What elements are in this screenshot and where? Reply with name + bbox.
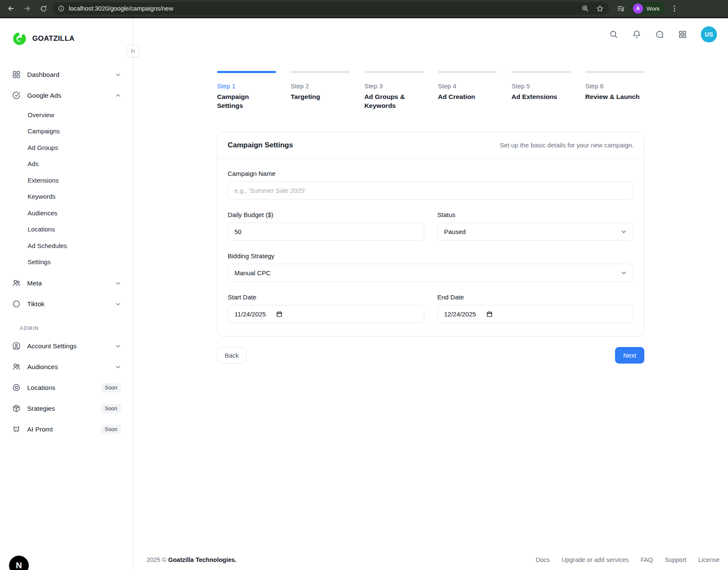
bidding-strategy-select[interactable]: Manual CPC	[228, 264, 634, 282]
footer: 2025 ©Goatzilla Technologies. Docs Upgra…	[133, 556, 728, 570]
next-button[interactable]: Next	[615, 347, 644, 364]
step-title: Ad Extensions	[511, 93, 570, 102]
browser-chrome: localhost:3020/google/campaigns/new A Wo…	[0, 0, 728, 18]
chat-icon[interactable]	[655, 30, 664, 39]
sidebar-subitem-ads[interactable]: Ads	[8, 156, 125, 172]
users-icon	[12, 279, 21, 288]
chevron-up-icon	[115, 93, 121, 99]
search-icon[interactable]	[609, 30, 618, 39]
google-ads-submenu: Overview Campaigns Ad Groups Ads Extensi…	[8, 106, 125, 273]
campaign-stepper: Step 1 Campaign Settings Step 2 Targetin…	[217, 71, 644, 110]
url-text[interactable]: localhost:3020/google/campaigns/new	[69, 5, 577, 12]
sidebar-subitem-audiences[interactable]: Audiences	[8, 205, 125, 221]
user-badge-icon	[12, 341, 21, 350]
sidebar-item-srategies[interactable]: Srategies Soon	[8, 398, 125, 419]
sidebar-subitem-ad-groups[interactable]: Ad Groups	[8, 139, 125, 156]
sidebar-item-dashboard[interactable]: Dashboard	[8, 64, 125, 85]
collapse-panel-icon	[130, 48, 136, 54]
footer-link-license[interactable]: License	[698, 556, 720, 563]
profile-name: Work	[646, 6, 660, 12]
step-number: Step 6	[585, 82, 644, 90]
sidebar-subitem-locations[interactable]: Locations	[8, 221, 125, 238]
end-date-field: End Date 12/24/2025	[437, 293, 634, 323]
site-info-icon[interactable]	[58, 5, 65, 12]
sidebar-subitem-overview[interactable]: Overview	[8, 107, 125, 123]
footer-year: 2025 ©	[147, 556, 166, 563]
soon-badge: Soon	[101, 383, 121, 392]
chevron-down-icon	[115, 280, 121, 286]
brand[interactable]: GOATZILLA	[0, 28, 133, 46]
status-label: Status	[437, 211, 634, 218]
zoom-icon[interactable]	[581, 5, 589, 12]
end-date-input[interactable]: 12/24/2025	[437, 305, 634, 323]
start-date-field: Start Date 11/24/2025	[228, 293, 424, 323]
browser-forward-button[interactable]	[20, 2, 34, 15]
calendar-icon[interactable]	[486, 311, 493, 317]
stepper-step-3[interactable]: Step 3 Ad Groups & Keywords	[364, 71, 423, 110]
stepper-step-4[interactable]: Step 4 Ad Creation	[438, 71, 497, 110]
target-icon	[12, 383, 21, 392]
stepper-step-5[interactable]: Step 5 Ad Extensions	[511, 71, 570, 110]
start-date-input[interactable]: 11/24/2025	[228, 305, 424, 323]
footer-link-upgrade[interactable]: Upgrade or add services	[562, 556, 629, 563]
campaign-name-label: Campaign Name	[228, 170, 634, 177]
soon-badge: Soon	[101, 404, 121, 413]
footer-link-support[interactable]: Support	[665, 556, 686, 563]
sidebar-item-google-ads[interactable]: Google Ads	[8, 85, 125, 106]
sidebar-item-label: Google Ads	[27, 92, 109, 99]
footer-link-docs[interactable]: Docs	[536, 556, 550, 563]
topbar: US	[133, 18, 728, 51]
browser-back-button[interactable]	[4, 2, 18, 15]
profile-avatar: A	[633, 3, 643, 14]
nextjs-devtools-button[interactable]: N	[9, 556, 29, 570]
status-select[interactable]: Paused	[437, 223, 634, 241]
step-number: Step 5	[511, 82, 570, 90]
sidebar-item-meta[interactable]: Meta	[8, 273, 125, 293]
sidebar-item-ai-promt[interactable]: AI Promt Soon	[8, 419, 125, 440]
daily-budget-field: Daily Budget ($)	[228, 211, 424, 241]
browser-profile-button[interactable]: A Work	[631, 2, 665, 15]
step-number: Step 3	[364, 82, 423, 90]
sidebar-item-audionces[interactable]: Audionces	[8, 356, 125, 377]
start-date-label: Start Date	[228, 293, 424, 301]
step-title: Review & Launch	[585, 93, 644, 102]
address-bar[interactable]: localhost:3020/google/campaigns/new	[53, 2, 609, 15]
browser-reload-button[interactable]	[37, 2, 50, 15]
users-icon	[12, 362, 21, 371]
brand-name: GOATZILLA	[32, 34, 75, 43]
media-controls-icon[interactable]	[617, 4, 625, 13]
notifications-bell-icon[interactable]	[632, 30, 641, 39]
campaign-name-input[interactable]	[228, 181, 634, 200]
step-number: Step 4	[438, 82, 497, 90]
calendar-icon[interactable]	[276, 311, 282, 317]
stepper-step-2[interactable]: Step 2 Targeting	[291, 71, 350, 110]
daily-budget-input[interactable]	[228, 223, 424, 241]
sidebar-subitem-ad-schedules[interactable]: Ad Schedules	[8, 237, 125, 254]
footer-company: Goatzilla Technologies.	[168, 556, 237, 563]
step-progress-bar	[585, 71, 644, 73]
back-button[interactable]: Back	[217, 347, 246, 364]
sidebar-subitem-settings[interactable]: Settings	[8, 254, 125, 271]
sidebar-item-admin-locations[interactable]: Locations Soon	[8, 377, 125, 398]
apps-grid-icon[interactable]	[678, 30, 687, 39]
sidebar-item-account-settings[interactable]: Account Settings	[8, 336, 125, 356]
card-title: Campaign Settings	[228, 141, 293, 150]
footer-link-faq[interactable]: FAQ	[641, 556, 653, 563]
bidding-strategy-selected-value: Manual CPC	[234, 269, 271, 277]
main-area: US Step 1 Campaign Settings Step 2 Targe…	[133, 18, 728, 570]
sidebar-item-label: Locations	[27, 384, 95, 392]
sidebar-subitem-extensions[interactable]: Extensions	[8, 172, 125, 189]
sidebar-subitem-campaigns[interactable]: Campaigns	[8, 123, 125, 140]
sidebar-subitem-keywords[interactable]: Keywords	[8, 189, 125, 205]
step-number: Step 1	[217, 82, 276, 90]
sidebar-collapse-button[interactable]	[127, 45, 139, 57]
bookmark-star-icon[interactable]	[596, 5, 604, 13]
sidebar-item-tiktok[interactable]: Tiktok	[8, 293, 125, 314]
stepper-step-6[interactable]: Step 6 Review & Launch	[585, 71, 644, 110]
chevron-down-icon	[115, 343, 121, 349]
campaign-settings-card: Campaign Settings Set up the basic detai…	[217, 132, 644, 336]
user-avatar[interactable]: US	[701, 26, 717, 42]
stepper-step-1[interactable]: Step 1 Campaign Settings	[217, 71, 276, 110]
browser-menu-icon[interactable]	[671, 5, 678, 12]
card-header: Campaign Settings Set up the basic detai…	[217, 132, 644, 159]
